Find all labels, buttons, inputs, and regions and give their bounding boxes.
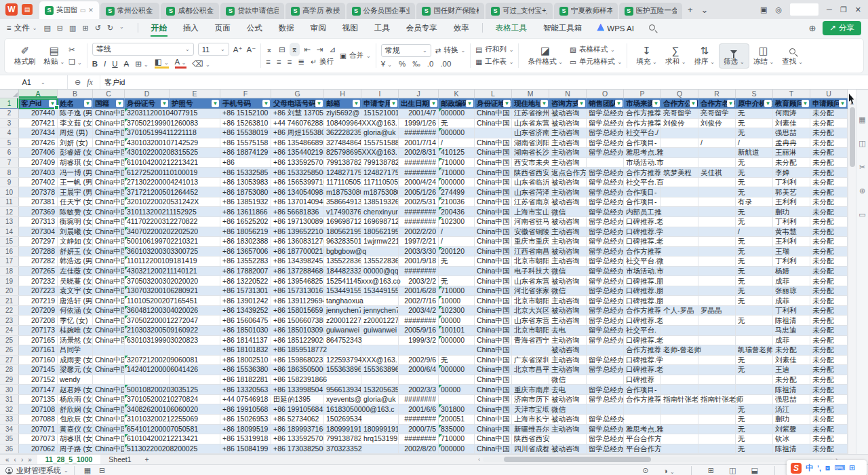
cell-O19[interactable]: 留学总经办 (587, 276, 624, 286)
cell-J28[interactable]: 2000/6/4 (399, 365, 439, 375)
cell-U35[interactable]: 未分配 (810, 434, 848, 444)
cell-Q26[interactable]: 老师-曾老师 (661, 345, 698, 355)
cell-L32[interactable]: China中国 (475, 404, 512, 414)
file-tab[interactable]: S宁夏教师样本.xlsx (554, 3, 617, 19)
cell-R27[interactable] (698, 356, 736, 365)
row-header-2[interactable]: 2 (0, 109, 19, 118)
cell-L17[interactable]: China中国 (475, 256, 512, 266)
cell-B35[interactable]: 胡睿琪 (女) (58, 434, 93, 444)
cell-D36[interactable]: 511302200208200025 (125, 444, 170, 454)
cell-C4[interactable]: China中国 (93, 128, 125, 138)
cell-S5[interactable]: / (736, 138, 773, 148)
close-button[interactable]: ✕ (855, 5, 861, 14)
cell-T7[interactable]: 未分配 (773, 158, 810, 168)
cell-D27[interactable]: 320721200209060081 (125, 356, 170, 365)
cell-O30[interactable]: 留学总经办 (587, 385, 624, 394)
column-header-M[interactable]: M (512, 90, 549, 98)
header-cell-C1[interactable]: 国籍▼ (93, 98, 125, 108)
fill-color-button[interactable]: ◧ ⌄ (155, 58, 169, 69)
cell-J32[interactable]: 2001/6/6 (399, 404, 439, 414)
cell-S26[interactable]: 凯瑞曾老师 (736, 345, 773, 355)
cell-U15[interactable]: 未分配 (810, 237, 848, 246)
cell-U34[interactable]: 未分配 (810, 425, 848, 434)
cell-A18[interactable]: 207265 (19, 267, 58, 276)
column-header-E[interactable]: E (170, 90, 220, 98)
cell-T11[interactable]: 王利利 (773, 197, 810, 207)
cell-B11[interactable]: 任天宇 (女) (58, 197, 93, 207)
table-style-button[interactable]: ▨表格样式⌄ (570, 45, 622, 54)
cell-M15[interactable]: 重庆市重庆 (512, 237, 549, 246)
cell-D33[interactable]: 310103200212255069 (125, 415, 170, 424)
cell-S23[interactable]: 无 (736, 316, 773, 325)
cell-I9[interactable]: 117110505 (361, 178, 399, 187)
cell-M18[interactable]: 电子科技大 (512, 267, 549, 276)
cell-A35[interactable]: 207073 (19, 434, 58, 444)
cell-S4[interactable]: 无 (736, 128, 773, 138)
cell-H3[interactable]: 108409964XXX@163. (324, 119, 361, 128)
cell-J30[interactable]: 2002/3/3 (399, 385, 439, 394)
cell-O33[interactable]: 留学总经办 (587, 415, 624, 424)
cell-A4[interactable]: 207434 (19, 128, 58, 138)
cell-H17[interactable]: 135522836 (324, 256, 361, 266)
cell-N26[interactable]: 被动咨询 (549, 345, 587, 355)
cell-H32[interactable]: 16183050000@163.c (324, 404, 361, 414)
cell-C20[interactable]: China中国 (93, 286, 125, 296)
cell-J26[interactable] (399, 345, 439, 355)
cell-Q10[interactable] (661, 187, 698, 197)
cell-C19[interactable]: China中国 (93, 276, 125, 286)
column-header-G[interactable]: G (271, 90, 324, 98)
cell-K35[interactable]: 710000 (439, 434, 475, 444)
cell-B32[interactable]: 舒欣娴 (女) (58, 404, 93, 414)
cell-D17[interactable]: 110112200109181419 (125, 256, 170, 266)
workspace-icon[interactable]: ▣ (760, 5, 767, 14)
cell-F8[interactable]: +86 15332585 (220, 168, 271, 177)
cell-B15[interactable]: 文静如 (女) (58, 237, 93, 246)
cell-L6[interactable]: China中国 (475, 148, 512, 157)
file-tab[interactable]: S常州公积金 .xlsx (100, 3, 160, 19)
cell-Q12[interactable] (661, 207, 698, 216)
cell-H19[interactable]: 152541145xxx@163.co (324, 276, 361, 286)
cell-P26[interactable]: 合作方推荐 (624, 345, 661, 355)
column-header-N[interactable]: N (549, 90, 587, 98)
cell-L35[interactable]: China中国 (475, 434, 512, 444)
cell-S29[interactable] (736, 375, 773, 385)
header-cell-Q1[interactable]: 合作方公司▼ (661, 98, 698, 108)
filter-dropdown-icon[interactable]: ▼ (161, 100, 168, 107)
cell-G19[interactable]: +86 1395468251 (271, 276, 324, 286)
cell-M36[interactable]: 四川省成都 (512, 444, 549, 454)
cell-O7[interactable] (587, 158, 624, 168)
cell-L28[interactable]: China中国 (475, 365, 512, 375)
filter-dropdown-icon[interactable]: ▼ (578, 100, 585, 107)
cell-A14[interactable]: 207304 (19, 227, 58, 237)
cell-K9[interactable]: 000000 (439, 178, 475, 187)
cell-S8[interactable]: 无 (736, 168, 773, 177)
cell-O22[interactable]: 留学总经办 (587, 306, 624, 316)
cell-M30[interactable]: 重庆市南岸 (512, 385, 549, 394)
vertical-scrollbar-thumb[interactable] (850, 107, 855, 167)
header-cell-E1[interactable]: 护照号▼ (170, 98, 220, 108)
cell-F15[interactable]: +86 18302388 (220, 237, 271, 246)
cell-O11[interactable]: 留学总经办 (587, 197, 624, 207)
filter-dropdown-icon[interactable]: ▼ (839, 100, 846, 107)
cell-J17[interactable]: 2001/9/18 (399, 256, 439, 266)
cell-J19[interactable]: 2003/2/2 (399, 276, 439, 286)
cell-F10[interactable]: +86 18753080 (220, 187, 271, 197)
cell-C13[interactable]: China中国 (93, 217, 125, 227)
insert-function-button[interactable]: fx (87, 77, 93, 88)
cell-D20[interactable]: 130703200106280921 (125, 286, 170, 296)
cell-L10[interactable]: China中国 (475, 187, 512, 197)
cell-A29[interactable]: 207152 (19, 375, 58, 385)
cell-J36[interactable]: 2002/8/20 (399, 444, 439, 454)
cell-T8[interactable]: 李婵 (773, 168, 810, 177)
cell-G12[interactable]: +86 56681836 (271, 207, 324, 216)
cell-O2[interactable]: 留学总经办 (587, 109, 624, 118)
cell-U30[interactable]: 未分配 (810, 385, 848, 394)
cell-K16[interactable]: 200120 (439, 247, 475, 256)
cell-N24[interactable]: 去电 (549, 326, 587, 335)
align-right-icon[interactable]: ≡ (288, 58, 292, 66)
filter-dropdown-icon[interactable]: ▼ (390, 100, 397, 107)
cell-U26[interactable]: 未分配 (810, 345, 848, 355)
cell-G33[interactable]: +86 52734062 (271, 415, 324, 424)
last-sheet-icon[interactable]: » (28, 456, 32, 463)
column-header-L[interactable]: L (475, 90, 512, 98)
